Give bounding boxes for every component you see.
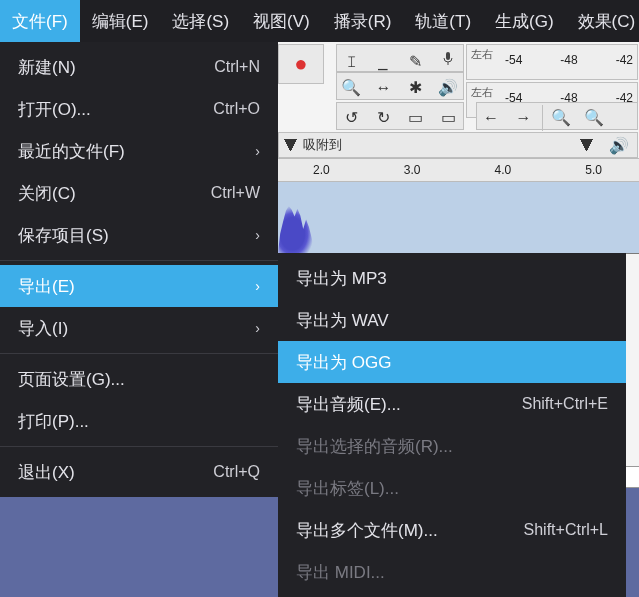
timeline-ruler[interactable]: 2.0 3.0 4.0 5.0: [276, 158, 639, 182]
record-button[interactable]: ●: [287, 50, 315, 78]
arrowright-icon[interactable]: →: [509, 104, 537, 132]
menubar: 文件(F) 编辑(E) 选择(S) 视图(V) 播录(R) 轨道(T) 生成(G…: [0, 0, 639, 42]
export-multiple[interactable]: 导出多个文件(M)... Shift+Ctrl+L: [278, 509, 626, 551]
edit-toolbar: ↺ ↻ ▭ ▭: [336, 102, 464, 130]
file-recent[interactable]: 最近的文件(F) ›: [0, 130, 278, 172]
device-toolbar: ⯆ 吸附到 ⯆ 🔊: [278, 132, 638, 158]
audio-track[interactable]: [276, 182, 639, 254]
tools-row2: 🔍 ↔ ✱ 🔊: [336, 72, 464, 100]
export-labels: 导出标签(L)...: [278, 467, 626, 509]
file-import[interactable]: 导入(I) ›: [0, 307, 278, 349]
menu-generate[interactable]: 生成(G): [483, 0, 566, 42]
file-exit[interactable]: 退出(X) Ctrl+Q: [0, 451, 278, 493]
submenu-arrow-icon: ›: [243, 227, 260, 243]
export-wav[interactable]: 导出为 WAV: [278, 299, 626, 341]
file-print[interactable]: 打印(P)...: [0, 400, 278, 442]
tools-row1: 𝙸 ⎯ ✎: [336, 44, 464, 72]
transport-record-group: ●: [278, 44, 324, 84]
trim-icon[interactable]: ▭: [402, 103, 430, 131]
arrowleft-icon[interactable]: ←: [477, 104, 505, 132]
menu-separator: [0, 260, 278, 261]
meter-lr-top: 左右: [471, 49, 493, 60]
menu-separator: [0, 353, 278, 354]
timeline-tick: 5.0: [585, 163, 602, 177]
mic-icon[interactable]: [434, 45, 462, 73]
menu-select[interactable]: 选择(S): [160, 0, 241, 42]
timeline-tick: 4.0: [495, 163, 512, 177]
file-page-setup[interactable]: 页面设置(G)...: [0, 358, 278, 400]
export-midi: 导出 MIDI...: [278, 551, 626, 593]
file-menu: 新建(N) Ctrl+N 打开(O)... Ctrl+O 最近的文件(F) › …: [0, 42, 278, 497]
device-label: 吸附到: [303, 136, 569, 154]
zoom-out-icon[interactable]: 🔍: [580, 103, 608, 131]
svg-rect-0: [446, 52, 450, 60]
export-mp3[interactable]: 导出为 MP3: [278, 257, 626, 299]
file-new[interactable]: 新建(N) Ctrl+N: [0, 46, 278, 88]
undo-icon[interactable]: ↺: [337, 103, 365, 131]
menu-view[interactable]: 视图(V): [241, 0, 322, 42]
submenu-arrow-icon: ›: [243, 278, 260, 294]
meter-db-labels-top: -54 -48 -42: [505, 53, 633, 67]
speaker-small-icon: 🔊: [605, 131, 633, 159]
file-close[interactable]: 关闭(C) Ctrl+W: [0, 172, 278, 214]
export-selected-audio: 导出选择的音频(R)...: [278, 425, 626, 467]
timeshift-tool-icon[interactable]: ↔: [369, 74, 397, 102]
zoom-in-icon[interactable]: 🔍: [547, 103, 575, 131]
meter-lr-bot: 左右: [471, 87, 493, 98]
submenu-arrow-icon: ›: [243, 320, 260, 336]
export-audio[interactable]: 导出音频(E)... Shift+Ctrl+E: [278, 383, 626, 425]
recording-meter: 左右 -54 -48 -42: [466, 44, 638, 80]
submenu-arrow-icon: ›: [243, 143, 260, 159]
speaker-icon[interactable]: 🔊: [434, 73, 462, 101]
file-export[interactable]: 导出(E) ›: [0, 265, 278, 307]
zoom-tool-icon[interactable]: 🔍: [337, 73, 365, 101]
multi-tool-icon[interactable]: ✱: [402, 73, 430, 101]
export-submenu: 导出为 MP3 导出为 WAV 导出为 OGG 导出音频(E)... Shift…: [278, 253, 626, 597]
menu-separator: [0, 446, 278, 447]
file-save-project[interactable]: 保存项目(S) ›: [0, 214, 278, 256]
timeline-tick: 2.0: [313, 163, 330, 177]
menu-tracks[interactable]: 轨道(T): [403, 0, 483, 42]
waveform: [278, 183, 314, 253]
silence-icon[interactable]: ▭: [434, 103, 462, 131]
timeline-tick: 3.0: [404, 163, 421, 177]
menu-effect[interactable]: 效果(C): [566, 0, 639, 42]
export-ogg[interactable]: 导出为 OGG: [278, 341, 626, 383]
menu-transport[interactable]: 播录(R): [322, 0, 404, 42]
zoom-toolbar: ← → 🔍 🔍 ⇱: [476, 102, 638, 130]
redo-icon[interactable]: ↻: [369, 103, 397, 131]
device-dropdown-icon[interactable]: ⯆: [573, 131, 601, 159]
file-open[interactable]: 打开(O)... Ctrl+O: [0, 88, 278, 130]
overdub-dropdown[interactable]: ⯆: [283, 131, 299, 159]
menu-edit[interactable]: 编辑(E): [80, 0, 161, 42]
menu-file[interactable]: 文件(F): [0, 0, 80, 42]
